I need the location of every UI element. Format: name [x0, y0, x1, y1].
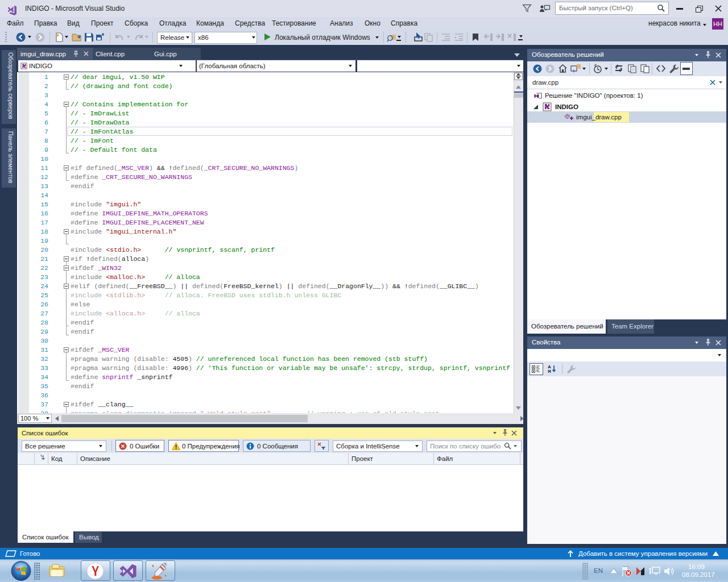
- svg-text:Я: Я: [548, 369, 551, 373]
